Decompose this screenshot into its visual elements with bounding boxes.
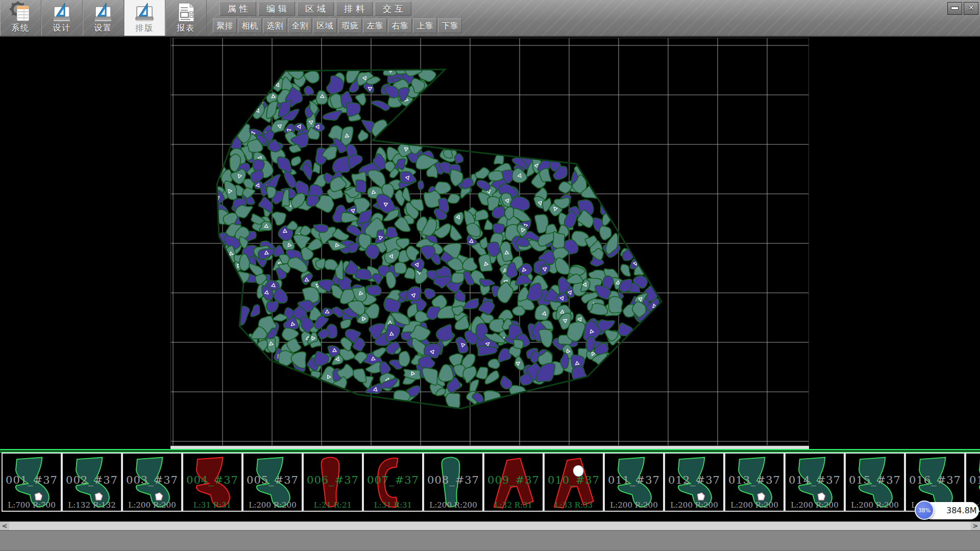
- part-thumbnail-8[interactable]: 008_#37L:200 R:200: [423, 453, 483, 512]
- part-thumbnail-strip: 001_#37L:700 R:700002_#37L:132 R:132003_…: [0, 453, 980, 512]
- part-lr-count: L:21 R:21: [304, 500, 362, 510]
- tool-item-2[interactable]: 相机: [238, 18, 262, 33]
- part-lr-count: L:200 R:200: [123, 500, 181, 510]
- design-ruler-icon: [51, 2, 72, 23]
- part-lr-count: L:32 R:31: [484, 500, 543, 510]
- part-lr-count: L:132 R:132: [63, 500, 121, 510]
- part-id: 008_#37: [424, 474, 482, 486]
- menu-item-2[interactable]: 编辑: [258, 2, 295, 16]
- part-thumbnail-1[interactable]: 001_#37L:700 R:700: [2, 453, 62, 512]
- app-window: { "titlebar": { "close_glyph": "✕" }, "t…: [0, 0, 980, 551]
- part-lr-count: L:31 R:31: [183, 500, 241, 510]
- system-gear-icon: [10, 2, 31, 23]
- menu-item-1[interactable]: 属性: [219, 2, 256, 16]
- part-id: 017_#37: [966, 474, 980, 486]
- part-thumbnail-14[interactable]: 014_#37L:200 R:200: [785, 453, 845, 512]
- menu-item-3[interactable]: 区域: [297, 2, 334, 16]
- part-thumbnail-13[interactable]: 013_#37L:200 R:200: [724, 453, 785, 512]
- tool-item-8[interactable]: 右靠: [388, 18, 412, 33]
- part-id: 002_#37: [63, 474, 121, 486]
- part-id: 004_#37: [183, 474, 241, 486]
- part-lr-count: L:200 R:200: [665, 500, 723, 510]
- part-id: 001_#37: [3, 474, 61, 486]
- part-thumbnail-6[interactable]: 006_#37L:21 R:21: [303, 453, 363, 512]
- minimize-icon: [951, 7, 958, 9]
- part-thumbnail-3[interactable]: 003_#37L:200 R:200: [122, 453, 182, 512]
- part-lr-count: L:33 R:33: [545, 500, 603, 510]
- part-id: 012_#37: [665, 474, 723, 486]
- progress-value: 38%: [916, 502, 933, 519]
- thumbnail-scrollbar[interactable]: < >: [0, 521, 980, 531]
- main-tool-button-1[interactable]: 系统: [0, 0, 41, 36]
- part-id: 013_#37: [725, 474, 783, 486]
- part-id: 014_#37: [786, 474, 844, 486]
- main-tool-button-4[interactable]: 排版: [124, 0, 165, 36]
- part-id: 016_#37: [906, 474, 964, 486]
- bottom-status-bar: [0, 530, 980, 551]
- part-lr-count: L:200 R:200: [846, 500, 904, 510]
- part-id: 003_#37: [123, 474, 181, 486]
- close-icon: ✕: [968, 4, 974, 12]
- part-id: 009_#37: [484, 474, 543, 486]
- part-id: 005_#37: [243, 474, 302, 486]
- part-thumbnail-11[interactable]: 011_#37L:200 R:200: [604, 453, 664, 512]
- scroll-right-button[interactable]: >: [971, 522, 980, 531]
- tool-item-7[interactable]: 左靠: [363, 18, 387, 33]
- main-tool-button-label: 设计: [41, 23, 82, 34]
- chevron-right-icon: >: [973, 522, 978, 530]
- memory-status: 384.8M 38%: [915, 500, 980, 521]
- nesting-canvas[interactable]: [171, 38, 808, 447]
- window-controls: ✕: [947, 2, 978, 15]
- part-thumbnail-15[interactable]: 015_#37L:200 R:200: [845, 453, 905, 512]
- part-thumbnail-2[interactable]: 002_#37L:132 R:132: [62, 453, 122, 512]
- main-tool-button-2[interactable]: 设计: [41, 0, 83, 36]
- part-id: 011_#37: [605, 474, 663, 486]
- menu-item-4[interactable]: 排料: [336, 2, 373, 16]
- tool-item-6[interactable]: 瑕疵: [338, 18, 362, 33]
- part-lr-count: L:200 R:200: [605, 500, 663, 510]
- part-thumbnail-7[interactable]: 007_#37L:31 R:31: [363, 453, 423, 512]
- close-button[interactable]: ✕: [964, 2, 978, 15]
- main-toolbar: 系统设计设置排版报表 属性编辑区域排料交互 聚排相机选割全割区域瑕疵左靠右靠上靠…: [0, 0, 980, 37]
- part-thumbnail-5[interactable]: 005_#37L:200 R:200: [242, 453, 303, 512]
- main-tool-button-label: 设置: [83, 23, 124, 34]
- thumbnail-strip-separator: [0, 449, 980, 453]
- settings-ruler-icon: [92, 2, 114, 23]
- chevron-left-icon: <: [2, 522, 8, 530]
- report-doc-icon: [175, 2, 197, 23]
- part-lr-count: L:700 R:700: [3, 500, 61, 510]
- memory-value: 384.8M: [946, 502, 977, 519]
- main-tool-button-5[interactable]: 报表: [165, 0, 207, 36]
- menu-item-5[interactable]: 交互: [375, 2, 411, 16]
- main-tool-button-label: 报表: [165, 23, 206, 34]
- part-id: 006_#37: [304, 474, 362, 486]
- tool-item-1[interactable]: 聚排: [213, 18, 237, 33]
- part-lr-count: L:200 R:200: [786, 500, 844, 510]
- nesting-canvas-area[interactable]: [170, 38, 809, 447]
- part-thumbnail-9[interactable]: 009_#37L:32 R:31: [483, 453, 544, 512]
- part-lr-count: L:200 R:200: [424, 500, 482, 510]
- part-thumbnail-10[interactable]: 010_#37L:33 R:33: [544, 453, 604, 512]
- tool-item-3[interactable]: 选割: [263, 18, 287, 33]
- nesting-ruler-icon: [134, 2, 155, 23]
- main-tool-button-label: 系统: [0, 23, 41, 34]
- main-tool-button-3[interactable]: 设置: [83, 0, 124, 36]
- part-thumbnail-4[interactable]: 004_#37L:31 R:31: [182, 453, 242, 512]
- tool-item-4[interactable]: 全割: [288, 18, 312, 33]
- main-tool-button-label: 排版: [124, 23, 165, 34]
- part-id: 010_#37: [545, 474, 603, 486]
- part-lr-count: L:200 R:200: [243, 500, 302, 510]
- part-id: 015_#37: [846, 474, 904, 486]
- scroll-left-button[interactable]: <: [0, 522, 9, 531]
- part-lr-count: L:31 R:31: [364, 500, 422, 510]
- minimize-button[interactable]: [947, 2, 962, 15]
- part-lr-count: L:200 R:200: [725, 500, 783, 510]
- part-thumbnail-12[interactable]: 012_#37L:200 R:200: [664, 453, 724, 512]
- tool-item-5[interactable]: 区域: [313, 18, 337, 33]
- part-id: 007_#37: [364, 474, 422, 486]
- progress-badge: 38%: [915, 500, 934, 520]
- tool-item-10[interactable]: 下靠: [438, 18, 462, 33]
- tool-item-9[interactable]: 上靠: [413, 18, 437, 33]
